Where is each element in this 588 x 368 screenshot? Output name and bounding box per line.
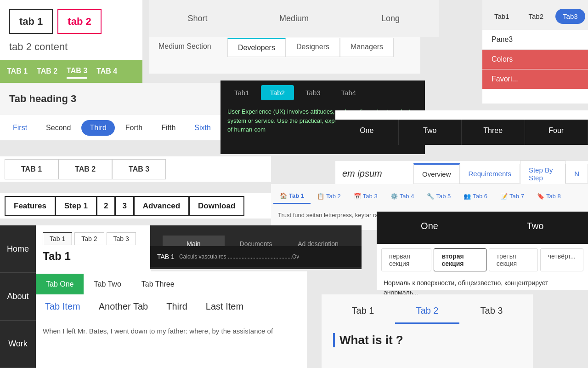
green-tab-three[interactable]: Tab Three	[131, 274, 185, 295]
overview-tab-overview[interactable]: Overview	[413, 163, 460, 184]
seg-tab-two[interactable]: Two	[399, 120, 462, 145]
pane3-item-favori[interactable]: Favori...	[482, 69, 588, 89]
top-right-tab-3[interactable]: Tab3	[555, 9, 585, 24]
ru-tab-group: первая секция вторая секция третья секци…	[377, 244, 588, 276]
dark-tab-group: Tab1 Tab2 Tab3 Tab4	[220, 80, 425, 105]
panel-green-tabs: TAB 1 TAB 2 TAB 3 TAB 4	[0, 60, 142, 83]
bottom-tab-another[interactable]: Another Tab	[90, 294, 158, 319]
dev-tab-designers[interactable]: Designers	[286, 38, 340, 57]
panel2-tab-2[interactable]: TAB 2	[37, 65, 57, 78]
pill-tab-second[interactable]: Second	[38, 120, 79, 136]
icon-tab-6[interactable]: 👥 Tab 6	[457, 189, 494, 204]
bold-tab-2[interactable]: 2	[96, 196, 115, 216]
sidebar-item-work[interactable]: Work	[0, 321, 36, 368]
seg-tab-four[interactable]: Four	[525, 120, 588, 145]
bottom-tab-last[interactable]: Last Item	[197, 294, 253, 319]
icon-tab-5-label: Tab 5	[436, 193, 451, 200]
icon-tab-8-label: Tab 8	[546, 193, 561, 200]
seg-tab-three[interactable]: Three	[462, 120, 525, 145]
panel-top-right-tabs: Tab1 Tab2 Tab3	[482, 0, 588, 32]
icon-tab-4[interactable]: ⚙️ Tab 4	[384, 189, 421, 204]
br-tab-2[interactable]: Tab 2	[395, 299, 459, 324]
icon-tab-8-icon: 🔖	[537, 193, 544, 200]
tab-1[interactable]: tab 1	[9, 9, 53, 34]
dark-tab-2[interactable]: Tab2	[261, 85, 294, 100]
bold-tab-download[interactable]: Download	[189, 196, 244, 216]
ru-tab-2[interactable]: вторая секция	[434, 248, 486, 271]
panel-bottom-right: Tab 1 Tab 2 Tab 3 What is it ?	[322, 294, 533, 368]
icon-tab-2-icon: 📋	[317, 193, 324, 200]
dark-bottom-tab-two[interactable]: Two	[482, 212, 588, 244]
lorem-text: em ipsum	[342, 168, 382, 179]
panel-bottom-tabs: Tab Item Another Tab Third Last Item Whe…	[36, 294, 307, 368]
top-tab-medium[interactable]: Medium	[246, 5, 342, 33]
ru-tab-4[interactable]: четвёрт...	[540, 248, 583, 271]
sidebar-item-home[interactable]: Home	[0, 225, 36, 273]
overview-tab-stepbystep[interactable]: Step By Step	[520, 160, 565, 188]
small-tab-2[interactable]: Tab 2	[74, 232, 104, 245]
dev-tab-managers[interactable]: Managers	[340, 38, 394, 57]
bold-tab-3[interactable]: 3	[115, 196, 134, 216]
top-right-tab-1[interactable]: Tab1	[487, 9, 517, 24]
icon-tab-8[interactable]: 🔖 Tab 8	[531, 189, 567, 204]
green-tab-two[interactable]: Tab Two	[84, 274, 131, 295]
dev-tab-developers[interactable]: Developers	[227, 38, 286, 57]
icon-tab-1[interactable]: 🏠 Tab 1	[273, 189, 311, 204]
dark-tab-4[interactable]: Tab4	[332, 85, 366, 100]
pane3-item-1[interactable]: Pane3	[482, 30, 588, 50]
icon-tab-3[interactable]: 📅 Tab 3	[347, 189, 384, 204]
dark-tab-3[interactable]: Tab3	[296, 85, 330, 100]
panel8-content-title: Tab 1	[43, 250, 144, 263]
overview-tab-n[interactable]: N	[565, 164, 588, 184]
border-tab-3[interactable]: TAB 3	[112, 159, 166, 179]
green-tab-one[interactable]: Tab One	[36, 274, 84, 295]
bottom-tab-item[interactable]: Tab Item	[36, 294, 90, 319]
bold-tab-step1[interactable]: Step 1	[55, 196, 97, 216]
br-tab-3[interactable]: Tab 3	[459, 299, 524, 324]
dark-tab-1[interactable]: Tab1	[225, 85, 259, 100]
pane3-item-colors[interactable]: Colors	[482, 50, 588, 69]
seg-tab-one[interactable]: One	[335, 120, 399, 145]
panel2-tab-1[interactable]: TAB 1	[7, 65, 28, 78]
ru-tab-1[interactable]: первая секция	[381, 248, 431, 271]
panel2-tab-3[interactable]: TAB 3	[67, 64, 87, 79]
icon-tab-1-icon: 🏠	[280, 192, 287, 199]
sidebar-item-about[interactable]: About	[0, 273, 36, 320]
pill-tab-third[interactable]: Third	[81, 120, 114, 136]
lorem-ipsum-box: em ipsum	[335, 161, 418, 186]
bold-tab-advanced[interactable]: Advanced	[134, 196, 189, 216]
bold-tab-features[interactable]: Features	[5, 196, 56, 216]
pill-tab-forth[interactable]: Forth	[117, 120, 151, 136]
small-tab-1[interactable]: Tab 1	[43, 232, 72, 245]
icon-tab-6-icon: 👥	[464, 193, 471, 200]
icon-tab-2[interactable]: 📋 Tab 2	[311, 189, 347, 204]
br-tab-group: Tab 1 Tab 2 Tab 3	[322, 294, 533, 328]
carousel-content: TAB 1 Calculs vasculaires ..............…	[150, 246, 362, 267]
pill-tab-first[interactable]: First	[5, 120, 35, 136]
panel-pill-tabs: First Second Third Forth Fifth Sixth	[0, 115, 225, 140]
panel-pane3: Pane3 Colors Favori...	[482, 30, 588, 104]
br-tab-1[interactable]: Tab 1	[331, 299, 395, 324]
pill-tab-fifth[interactable]: Fifth	[153, 120, 184, 136]
border-tab-2[interactable]: TAB 2	[58, 159, 112, 179]
pill-tab-sixth[interactable]: Sixth	[186, 120, 219, 136]
icon-tab-4-icon: ⚙️	[390, 193, 398, 200]
border-tab-1[interactable]: TAB 1	[5, 159, 58, 179]
panel-short-medium-long: Short Medium Long	[149, 0, 439, 37]
icon-tab-3-label: Tab 3	[363, 193, 378, 200]
tab-content-1: tab 2 content	[9, 41, 133, 53]
overview-tab-requirements[interactable]: Requirements	[460, 164, 520, 184]
tab-2[interactable]: tab 2	[57, 9, 101, 34]
icon-tab-5[interactable]: 🔧 Tab 5	[420, 189, 457, 204]
dark-bottom-tab-one[interactable]: One	[377, 212, 482, 244]
top-tab-long[interactable]: Long	[342, 5, 439, 33]
panel2-tab-4[interactable]: TAB 4	[96, 65, 117, 78]
small-tab-3[interactable]: Tab 3	[107, 232, 136, 245]
icon-tab-7[interactable]: 📝 Tab 7	[494, 189, 531, 204]
top-right-tab-2[interactable]: Tab2	[521, 9, 551, 24]
panel-small-tabs: Tab 1 Tab 2 Tab 3 Tab 1	[36, 225, 151, 276]
bottom-tab-third[interactable]: Third	[157, 294, 197, 319]
top-tab-short[interactable]: Short	[149, 5, 246, 33]
icon-tab-2-label: Tab 2	[326, 193, 341, 200]
ru-tab-3[interactable]: третья секция	[489, 248, 538, 271]
